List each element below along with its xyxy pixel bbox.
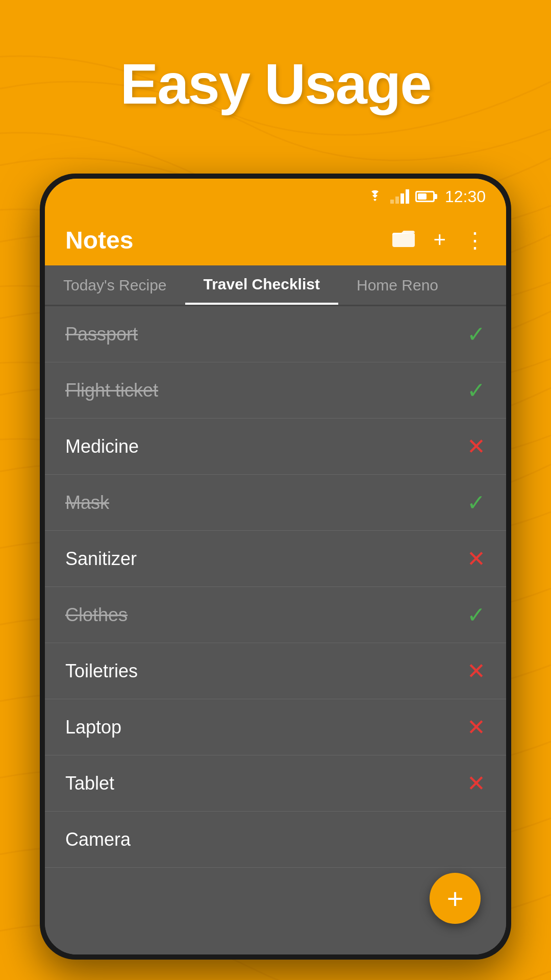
- tab-home-reno[interactable]: Home Reno: [338, 265, 457, 305]
- list-item[interactable]: Toiletries ✕: [45, 643, 506, 699]
- phone-screen: 12:30 Notes + ⋮: [45, 179, 506, 954]
- battery-icon: [415, 191, 435, 202]
- screen-content: 12:30 Notes + ⋮: [45, 179, 506, 954]
- signal-icon: [390, 189, 409, 204]
- list-item[interactable]: Passport ✓: [45, 306, 506, 362]
- tab-travel-checklist[interactable]: Travel Checklist: [185, 265, 338, 305]
- item-label-sanitizer: Sanitizer: [65, 548, 467, 570]
- add-icon[interactable]: +: [433, 228, 446, 252]
- wifi-icon: [366, 189, 384, 204]
- battery-fill: [418, 193, 427, 200]
- toolbar-icons: + ⋮: [392, 228, 486, 253]
- checklist-content: Passport ✓ Flight ticket ✓ Medicine ✕ Ma…: [45, 306, 506, 954]
- list-item[interactable]: Clothes ✓: [45, 587, 506, 643]
- list-item[interactable]: Medicine ✕: [45, 419, 506, 475]
- item-label-tablet: Tablet: [65, 773, 467, 794]
- fab-add-button[interactable]: +: [430, 873, 481, 924]
- check-icon-clothes: ✓: [467, 602, 486, 628]
- folder-icon[interactable]: [392, 228, 415, 252]
- check-icon-flight: ✓: [467, 377, 486, 403]
- item-label-passport: Passport: [65, 324, 467, 345]
- status-time: 12:30: [445, 187, 486, 206]
- item-label-flight: Flight ticket: [65, 380, 467, 401]
- phone-frame: 12:30 Notes + ⋮: [40, 174, 511, 960]
- check-icon-tablet: ✕: [467, 770, 486, 796]
- check-icon-passport: ✓: [467, 321, 486, 347]
- list-item[interactable]: Flight ticket ✓: [45, 362, 506, 419]
- item-label-medicine: Medicine: [65, 436, 467, 457]
- check-icon-toiletries: ✕: [467, 658, 486, 684]
- list-item[interactable]: Camera: [45, 812, 506, 868]
- check-icon-medicine: ✕: [467, 433, 486, 459]
- tab-bar: Today's Recipe Travel Checklist Home Ren…: [45, 265, 506, 306]
- check-icon-sanitizer: ✕: [467, 546, 486, 572]
- list-item[interactable]: Tablet ✕: [45, 755, 506, 812]
- list-item[interactable]: Sanitizer ✕: [45, 531, 506, 587]
- status-bar: 12:30: [45, 179, 506, 214]
- item-label-camera: Camera: [65, 829, 486, 850]
- tab-today-recipe[interactable]: Today's Recipe: [45, 265, 185, 305]
- page-hero-title: Easy Usage: [0, 51, 551, 117]
- item-label-mask: Mask: [65, 492, 467, 513]
- item-label-laptop: Laptop: [65, 717, 467, 738]
- app-toolbar: Notes + ⋮: [45, 214, 506, 265]
- svg-rect-0: [392, 233, 415, 247]
- check-icon-laptop: ✕: [467, 714, 486, 740]
- check-icon-mask: ✓: [467, 489, 486, 516]
- status-icons: [366, 189, 435, 204]
- item-label-clothes: Clothes: [65, 604, 467, 626]
- item-label-toiletries: Toiletries: [65, 660, 467, 682]
- more-options-icon[interactable]: ⋮: [464, 228, 486, 253]
- list-item[interactable]: Laptop ✕: [45, 699, 506, 755]
- list-item[interactable]: Mask ✓: [45, 475, 506, 531]
- app-title: Notes: [65, 226, 392, 254]
